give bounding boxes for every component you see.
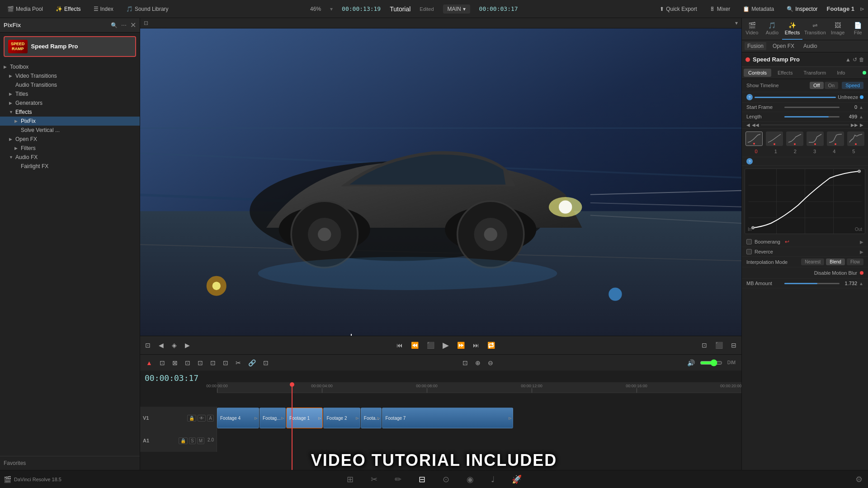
search-icon[interactable]: 🔍 (111, 22, 118, 28)
go-start-btn[interactable]: ⏮ (394, 340, 405, 350)
panel-expand-btn[interactable]: ⊳ (860, 6, 864, 12)
settings-bottom-btn[interactable]: ⚙ (854, 473, 864, 486)
zoom-level[interactable]: 46% (310, 6, 321, 12)
edit-mode-btn[interactable]: ⊡ (221, 358, 231, 368)
edit-page-btn[interactable]: ✏ (393, 473, 403, 486)
clip-footage2[interactable]: Footage 2 ⊳ (323, 408, 360, 428)
reverce-checkbox[interactable] (746, 249, 752, 254)
a1-lock-btn[interactable]: 🔒 (179, 437, 188, 444)
step-fwd-btn[interactable]: ⏩ (455, 340, 467, 350)
fairlight-page-btn[interactable]: ♩ (489, 473, 496, 486)
audio-link[interactable]: Audio (801, 42, 820, 50)
effect-delete-btn[interactable]: 🗑 (859, 56, 864, 63)
next-arrow-btn[interactable]: ▶ (183, 340, 192, 350)
zoom-in-btn[interactable]: ⊕ (473, 358, 483, 368)
preview-layout-icon[interactable]: ⊡ (144, 20, 148, 26)
length-slider[interactable] (784, 116, 840, 117)
next-mark-btn[interactable]: ◈ (170, 340, 179, 350)
curve-num-4[interactable]: 4 (826, 149, 843, 154)
effects-tree-item[interactable]: ▼ Effects (0, 108, 140, 117)
flow-btn[interactable]: Flow (847, 258, 863, 265)
zoom-out-btn[interactable]: ⊖ (486, 358, 495, 368)
effect-reset-btn[interactable]: ↺ (853, 56, 857, 63)
media-pool-btn[interactable]: 🎬 Media Pool (4, 4, 47, 14)
audio-off-btn[interactable]: ⊟ (729, 340, 739, 350)
video-transitions-item[interactable]: ▶ Video Transitions (0, 71, 140, 80)
curve-preset-4[interactable] (827, 131, 844, 146)
solve-vertical-item[interactable]: Solve Vertical ... (0, 126, 140, 135)
fullscreen-btn[interactable]: ⊡ (699, 340, 709, 350)
curve-num-2[interactable]: 2 (787, 149, 804, 154)
trim-tool-btn[interactable]: ⊡ (157, 358, 167, 368)
clip-footage7[interactable]: Footage 7 ⊳ (382, 408, 513, 428)
playhead-handle[interactable] (290, 382, 294, 387)
timeline-fx-btn[interactable]: ⊡ (460, 358, 470, 368)
toggle-off-btn[interactable]: Off (810, 82, 823, 89)
inspector-tab-audio[interactable]: 🎵 Audio (762, 18, 783, 40)
replace-btn[interactable]: ⊡ (208, 358, 218, 368)
audio-fx-item[interactable]: ▼ Audio FX (0, 153, 140, 162)
curve-preset-0[interactable] (745, 131, 763, 146)
volume-btn[interactable]: 🔊 (685, 358, 697, 368)
more-options-icon[interactable]: ⋯ (121, 22, 127, 28)
clip-footage4[interactable]: Footage 4 ⊳ (217, 408, 259, 428)
main-curve-display[interactable]: In Out (745, 169, 865, 234)
color-page-btn[interactable]: ◉ (465, 473, 476, 486)
timeline-playhead[interactable] (292, 382, 292, 470)
snap-btn[interactable]: ⊡ (261, 358, 271, 368)
v1-lock-btn[interactable]: 🔒 (187, 415, 196, 422)
audio-transitions-item[interactable]: Audio Transitions (0, 80, 140, 89)
dynamic-trim-btn[interactable]: ⊠ (170, 358, 180, 368)
volume-slider[interactable] (700, 359, 722, 366)
mb-amount-up-btn[interactable]: ▲ (859, 281, 863, 286)
cut-page-btn[interactable]: ✂ (369, 473, 379, 486)
select-tool-btn[interactable]: ▲ (144, 358, 155, 368)
curve-num-5[interactable]: 5 (845, 149, 862, 154)
generators-item[interactable]: ▶ Generators (0, 99, 140, 108)
media-pool-bottom-btn[interactable]: ⊞ (345, 473, 355, 486)
step-back-btn[interactable]: ⏪ (409, 340, 421, 350)
boomerang-expand-btn[interactable]: ▶ (860, 239, 863, 244)
sound-library-btn[interactable]: 🎵 Sound Library (123, 4, 172, 14)
insert-mode-btn[interactable]: ⊡ (183, 358, 193, 368)
preview-layout-btn[interactable]: ⊡ (143, 340, 153, 350)
edit-page-active-btn[interactable]: ⊟ (417, 473, 427, 486)
subtab-controls[interactable]: Controls (744, 69, 771, 77)
a1-visibility-btn[interactable]: S (189, 437, 196, 444)
close-panel-btn[interactable]: ✕ (130, 21, 136, 29)
subtab-effects[interactable]: Effects (773, 69, 797, 77)
start-frame-slider[interactable] (784, 107, 840, 108)
filters-item[interactable]: ▶ Filters (0, 144, 140, 153)
blend-btn[interactable]: Blend (826, 258, 845, 265)
inspector-tab-file[interactable]: 📄 File (848, 18, 868, 40)
curve-preset-2[interactable] (786, 131, 803, 146)
clip-footage-5[interactable]: Foota... ⊳ (361, 408, 382, 428)
nearest-btn[interactable]: Nearest (801, 258, 824, 265)
inspector-tab-image[interactable]: 🖼 Image (828, 18, 848, 40)
mb-amount-slider[interactable] (784, 283, 840, 284)
prev-frame-btn[interactable]: ◀ (156, 340, 166, 350)
link-btn[interactable]: 🔗 (246, 358, 258, 368)
curve-preset-3[interactable] (807, 131, 824, 146)
toggle-on-btn[interactable]: On (825, 82, 839, 89)
fusion-page-btn[interactable]: ⊙ (441, 473, 451, 486)
overwrite-btn[interactable]: ⊡ (195, 358, 205, 368)
curve-num-0[interactable]: 0 (748, 149, 765, 154)
length-up-btn[interactable]: ▲ (859, 114, 863, 119)
main-dropdown[interactable]: MAIN ▾ (443, 5, 470, 14)
fusion-link[interactable]: Fusion (745, 42, 766, 50)
clip-footage-unknown[interactable]: Footag... ⊳ (259, 408, 286, 428)
preview-layout-arrow[interactable]: ▾ (735, 20, 738, 26)
open-fx-link[interactable]: Open FX (770, 42, 797, 50)
play-btn[interactable]: ▶ (440, 339, 451, 352)
deliver-page-btn[interactable]: 🚀 (510, 473, 524, 486)
inspector-tab-transition[interactable]: ⇌ Transition (802, 18, 828, 40)
loop-btn[interactable]: 🔁 (485, 340, 497, 350)
stop-btn[interactable]: ⬛ (425, 340, 437, 350)
subtab-transform[interactable]: Transform (799, 69, 830, 77)
curve-num-3[interactable]: 3 (806, 149, 823, 154)
reverce-expand-btn[interactable]: ▶ (860, 249, 863, 254)
pixfix-tree-item[interactable]: ▶ PixFix (0, 117, 140, 126)
toggle-speed-btn[interactable]: Speed (842, 82, 863, 89)
inspector-btn[interactable]: 🔍 Inspector (783, 4, 821, 14)
